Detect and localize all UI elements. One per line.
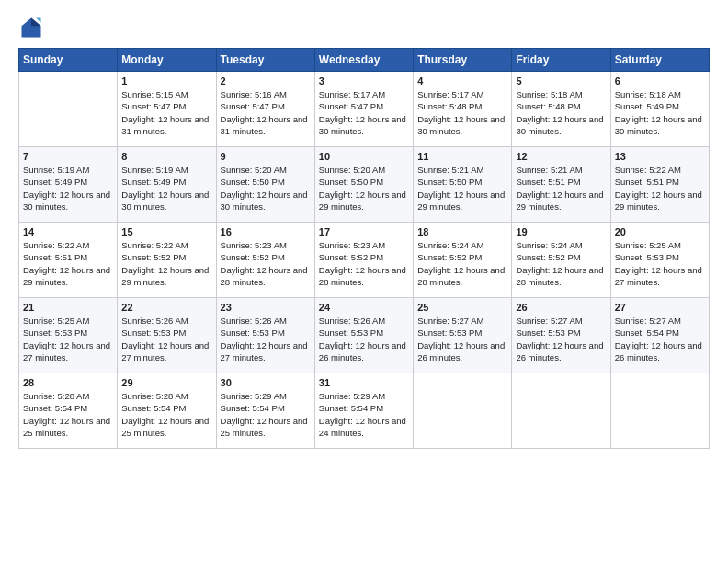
- calendar-cell: 26Sunrise: 5:27 AMSunset: 5:53 PMDayligh…: [512, 298, 610, 373]
- day-info: Sunrise: 5:18 AMSunset: 5:48 PMDaylight:…: [516, 88, 606, 137]
- calendar-cell: 17Sunrise: 5:23 AMSunset: 5:52 PMDayligh…: [314, 223, 413, 298]
- calendar-cell: 4Sunrise: 5:17 AMSunset: 5:48 PMDaylight…: [414, 72, 512, 147]
- day-number: 25: [417, 302, 507, 313]
- week-row-5: 28Sunrise: 5:28 AMSunset: 5:54 PMDayligh…: [19, 373, 710, 449]
- day-info: Sunrise: 5:19 AMSunset: 5:49 PMDaylight:…: [121, 164, 211, 213]
- calendar-cell: 6Sunrise: 5:18 AMSunset: 5:49 PMDaylight…: [610, 72, 709, 147]
- day-number: 16: [221, 226, 311, 237]
- day-info: Sunrise: 5:25 AMSunset: 5:53 PMDaylight:…: [615, 239, 705, 288]
- header-cell-monday: Monday: [118, 49, 216, 72]
- calendar-cell: [512, 373, 610, 449]
- calendar-cell: 21Sunrise: 5:25 AMSunset: 5:53 PMDayligh…: [19, 298, 118, 373]
- day-number: 6: [615, 75, 705, 86]
- day-info: Sunrise: 5:24 AMSunset: 5:52 PMDaylight:…: [417, 239, 507, 288]
- day-info: Sunrise: 5:15 AMSunset: 5:47 PMDaylight:…: [121, 88, 211, 137]
- header-cell-wednesday: Wednesday: [314, 49, 413, 72]
- day-number: 14: [23, 226, 113, 237]
- calendar-table: SundayMondayTuesdayWednesdayThursdayFrid…: [18, 48, 710, 449]
- day-info: Sunrise: 5:19 AMSunset: 5:49 PMDaylight:…: [23, 164, 113, 213]
- calendar-cell: 20Sunrise: 5:25 AMSunset: 5:53 PMDayligh…: [610, 223, 709, 298]
- calendar-cell: 3Sunrise: 5:17 AMSunset: 5:47 PMDaylight…: [314, 72, 413, 147]
- day-info: Sunrise: 5:23 AMSunset: 5:52 PMDaylight:…: [221, 239, 311, 288]
- day-info: Sunrise: 5:21 AMSunset: 5:51 PMDaylight:…: [516, 164, 606, 213]
- day-number: 11: [417, 151, 507, 162]
- calendar-cell: 13Sunrise: 5:22 AMSunset: 5:51 PMDayligh…: [610, 147, 709, 223]
- header-cell-thursday: Thursday: [414, 49, 512, 72]
- calendar-cell: 16Sunrise: 5:23 AMSunset: 5:52 PMDayligh…: [216, 223, 314, 298]
- day-number: 26: [516, 302, 606, 313]
- day-number: 31: [319, 377, 409, 388]
- calendar-body: 1Sunrise: 5:15 AMSunset: 5:47 PMDaylight…: [19, 72, 710, 449]
- day-number: 27: [615, 302, 705, 313]
- day-info: Sunrise: 5:20 AMSunset: 5:50 PMDaylight:…: [221, 164, 311, 213]
- day-number: 21: [23, 302, 113, 313]
- calendar-cell: 19Sunrise: 5:24 AMSunset: 5:52 PMDayligh…: [512, 223, 610, 298]
- day-info: Sunrise: 5:24 AMSunset: 5:52 PMDaylight:…: [516, 239, 606, 288]
- day-number: 5: [516, 75, 606, 86]
- day-number: 17: [319, 226, 409, 237]
- day-number: 13: [615, 151, 705, 162]
- calendar-cell: 29Sunrise: 5:28 AMSunset: 5:54 PMDayligh…: [118, 373, 216, 449]
- day-number: 20: [615, 226, 705, 237]
- week-row-3: 14Sunrise: 5:22 AMSunset: 5:51 PMDayligh…: [19, 223, 710, 298]
- day-number: 22: [121, 302, 211, 313]
- calendar-cell: 24Sunrise: 5:26 AMSunset: 5:53 PMDayligh…: [314, 298, 413, 373]
- day-number: 23: [221, 302, 311, 313]
- day-number: 9: [221, 151, 311, 162]
- day-number: 18: [417, 226, 507, 237]
- calendar-cell: 5Sunrise: 5:18 AMSunset: 5:48 PMDaylight…: [512, 72, 610, 147]
- calendar-cell: 10Sunrise: 5:20 AMSunset: 5:50 PMDayligh…: [314, 147, 413, 223]
- day-number: 28: [23, 377, 113, 388]
- header-row: SundayMondayTuesdayWednesdayThursdayFrid…: [19, 49, 710, 72]
- day-number: 2: [221, 75, 311, 86]
- day-info: Sunrise: 5:25 AMSunset: 5:53 PMDaylight:…: [23, 315, 113, 363]
- calendar-cell: 12Sunrise: 5:21 AMSunset: 5:51 PMDayligh…: [512, 147, 610, 223]
- day-number: 24: [319, 302, 409, 313]
- calendar-cell: [414, 373, 512, 449]
- day-info: Sunrise: 5:26 AMSunset: 5:53 PMDaylight:…: [221, 315, 311, 363]
- day-info: Sunrise: 5:16 AMSunset: 5:47 PMDaylight:…: [221, 88, 311, 137]
- calendar-cell: 15Sunrise: 5:22 AMSunset: 5:52 PMDayligh…: [118, 223, 216, 298]
- day-info: Sunrise: 5:28 AMSunset: 5:54 PMDaylight:…: [121, 390, 211, 439]
- day-number: 10: [319, 151, 409, 162]
- calendar-cell: 23Sunrise: 5:26 AMSunset: 5:53 PMDayligh…: [216, 298, 314, 373]
- week-row-2: 7Sunrise: 5:19 AMSunset: 5:49 PMDaylight…: [19, 147, 710, 223]
- svg-marker-2: [36, 18, 40, 23]
- calendar-cell: 11Sunrise: 5:21 AMSunset: 5:50 PMDayligh…: [414, 147, 512, 223]
- calendar-cell: 25Sunrise: 5:27 AMSunset: 5:53 PMDayligh…: [414, 298, 512, 373]
- day-info: Sunrise: 5:27 AMSunset: 5:53 PMDaylight:…: [516, 315, 606, 363]
- day-info: Sunrise: 5:17 AMSunset: 5:48 PMDaylight:…: [417, 88, 507, 137]
- calendar-cell: 7Sunrise: 5:19 AMSunset: 5:49 PMDaylight…: [19, 147, 118, 223]
- day-info: Sunrise: 5:26 AMSunset: 5:53 PMDaylight:…: [319, 315, 409, 363]
- day-number: 1: [121, 75, 211, 86]
- calendar-cell: 8Sunrise: 5:19 AMSunset: 5:49 PMDaylight…: [118, 147, 216, 223]
- calendar-cell: 18Sunrise: 5:24 AMSunset: 5:52 PMDayligh…: [414, 223, 512, 298]
- day-number: 8: [121, 151, 211, 162]
- calendar-header: SundayMondayTuesdayWednesdayThursdayFrid…: [19, 49, 710, 72]
- calendar-cell: 31Sunrise: 5:29 AMSunset: 5:54 PMDayligh…: [314, 373, 413, 449]
- day-number: 4: [417, 75, 507, 86]
- day-info: Sunrise: 5:17 AMSunset: 5:47 PMDaylight:…: [319, 88, 409, 137]
- calendar-cell: 27Sunrise: 5:27 AMSunset: 5:54 PMDayligh…: [610, 298, 709, 373]
- day-number: 29: [121, 377, 211, 388]
- day-info: Sunrise: 5:22 AMSunset: 5:51 PMDaylight:…: [615, 164, 705, 213]
- calendar-cell: 1Sunrise: 5:15 AMSunset: 5:47 PMDaylight…: [118, 72, 216, 147]
- day-info: Sunrise: 5:18 AMSunset: 5:49 PMDaylight:…: [615, 88, 705, 137]
- day-info: Sunrise: 5:28 AMSunset: 5:54 PMDaylight:…: [23, 390, 113, 439]
- week-row-4: 21Sunrise: 5:25 AMSunset: 5:53 PMDayligh…: [19, 298, 710, 373]
- logo: [18, 15, 48, 40]
- day-number: 30: [221, 377, 311, 388]
- day-info: Sunrise: 5:22 AMSunset: 5:51 PMDaylight:…: [23, 239, 113, 288]
- day-number: 7: [23, 151, 113, 162]
- day-number: 15: [121, 226, 211, 237]
- day-info: Sunrise: 5:29 AMSunset: 5:54 PMDaylight:…: [221, 390, 311, 439]
- day-info: Sunrise: 5:26 AMSunset: 5:53 PMDaylight:…: [121, 315, 211, 363]
- calendar-cell: 22Sunrise: 5:26 AMSunset: 5:53 PMDayligh…: [118, 298, 216, 373]
- header-cell-friday: Friday: [512, 49, 610, 72]
- header-cell-sunday: Sunday: [19, 49, 118, 72]
- day-number: 12: [516, 151, 606, 162]
- day-number: 3: [319, 75, 409, 86]
- calendar-cell: 14Sunrise: 5:22 AMSunset: 5:51 PMDayligh…: [19, 223, 118, 298]
- page: SundayMondayTuesdayWednesdayThursdayFrid…: [0, 0, 728, 563]
- day-info: Sunrise: 5:21 AMSunset: 5:50 PMDaylight:…: [417, 164, 507, 213]
